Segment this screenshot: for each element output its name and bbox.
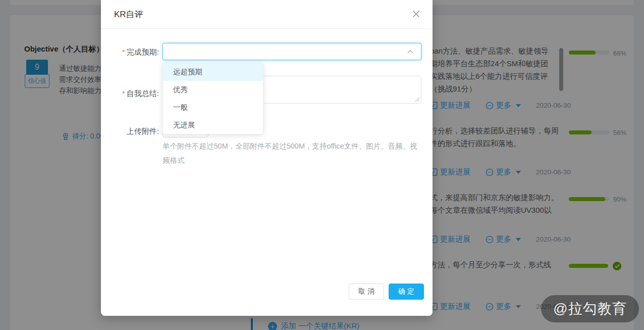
watermark-badge: @拉勾教育: [541, 295, 639, 322]
dialog-header: KR自评: [101, 0, 433, 29]
dropdown-option-average[interactable]: 一般: [163, 99, 263, 116]
upload-hint-text: 单个附件不超过50M，全部附件不超过500M，支持office文件、图片、音频、…: [163, 139, 419, 167]
cancel-button[interactable]: 取 消: [349, 284, 384, 300]
close-icon: [412, 10, 420, 18]
expectation-select[interactable]: [163, 43, 421, 60]
resize-handle-icon[interactable]: [415, 97, 420, 102]
dropdown-option-excellent[interactable]: 优秀: [163, 81, 263, 99]
chevron-up-icon: [407, 49, 414, 55]
upload-label: 上传附件:: [98, 127, 159, 136]
expectation-dropdown: 远超预期 优秀 一般 无进展: [163, 63, 263, 134]
summary-label: *自我总结:: [98, 89, 159, 99]
close-button[interactable]: [410, 8, 421, 19]
required-mark: *: [122, 48, 125, 56]
confirm-button[interactable]: 确 定: [389, 284, 424, 300]
dialog-title: KR自评: [114, 9, 143, 20]
expectation-label: *完成预期:: [98, 48, 159, 57]
kr-self-review-dialog: KR自评 *完成预期: *自我总结: 上传附件: 上传 单个附件不超过50M，全…: [101, 0, 433, 316]
okr-page: Objective（个人目标）： 9 信心值 通过敏捷能力建 需求交付效率， 存…: [0, 0, 644, 330]
dropdown-option-far-exceed[interactable]: 远超预期: [163, 63, 263, 81]
dropdown-option-no-progress[interactable]: 无进展: [163, 116, 263, 134]
dialog-footer: 取 消 确 定: [101, 284, 433, 310]
required-mark: *: [122, 89, 125, 98]
